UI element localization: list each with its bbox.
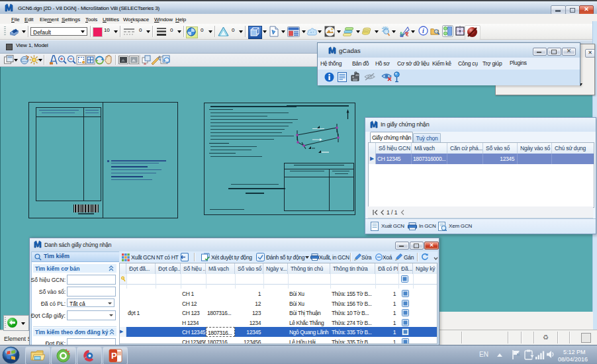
svg-text:i: i — [422, 27, 424, 34]
svg-text:P: P — [111, 351, 117, 361]
